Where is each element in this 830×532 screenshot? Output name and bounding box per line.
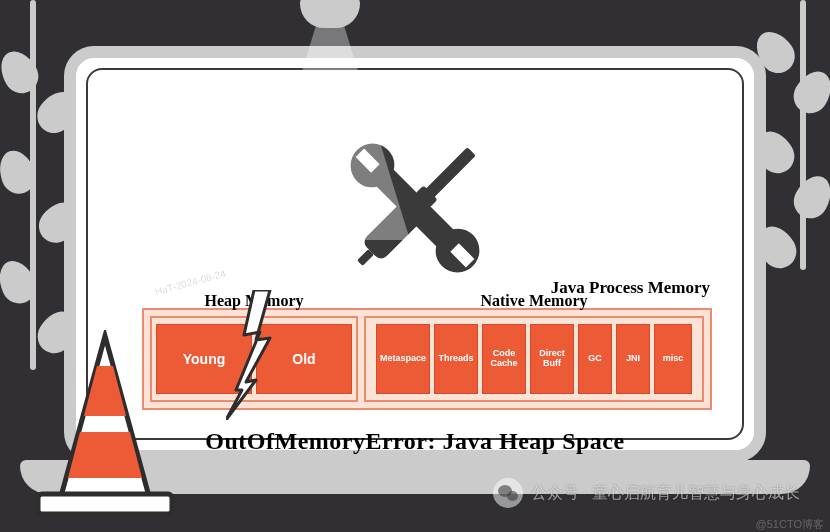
native-cell: Metaspace	[376, 324, 430, 394]
leaf-icon	[788, 170, 830, 225]
heap-memory-label: Heap Memory	[204, 292, 303, 310]
wechat-text: 公众号 · 童心启航育儿智慧与身心成长	[531, 485, 800, 501]
laptop-screen: Java Process Memory Heap Memory Young Ol…	[64, 46, 766, 462]
native-cell: JNI	[616, 324, 650, 394]
vine-right	[800, 0, 806, 270]
memory-frame: Heap Memory Young Old Native Memory Meta…	[142, 308, 712, 410]
native-memory-group: Native Memory Metaspace Threads Code Cac…	[364, 316, 704, 402]
native-cell: Code Cache	[482, 324, 526, 394]
wechat-watermark: 公众号 · 童心启航育儿智慧与身心成长	[493, 478, 800, 508]
native-cell: GC	[578, 324, 612, 394]
heap-memory-group: Heap Memory Young Old	[150, 316, 358, 402]
heap-cell-old: Old	[256, 324, 352, 394]
wechat-icon	[493, 478, 523, 508]
leaf-icon	[787, 64, 830, 119]
leaf-icon	[0, 44, 45, 99]
svg-rect-0	[425, 147, 476, 198]
native-cell: Direct Buff	[530, 324, 574, 394]
site-watermark: @51CTO博客	[756, 519, 824, 530]
native-cell: Threads	[434, 324, 478, 394]
native-cell: misc	[654, 324, 692, 394]
native-memory-label: Native Memory	[480, 292, 587, 310]
error-title: OutOfMemoryError: Java Heap Space	[76, 428, 754, 455]
svg-rect-14	[38, 494, 172, 514]
tools-icon	[325, 118, 505, 298]
lamp-icon	[300, 0, 360, 28]
heap-cell-young: Young	[156, 324, 252, 394]
